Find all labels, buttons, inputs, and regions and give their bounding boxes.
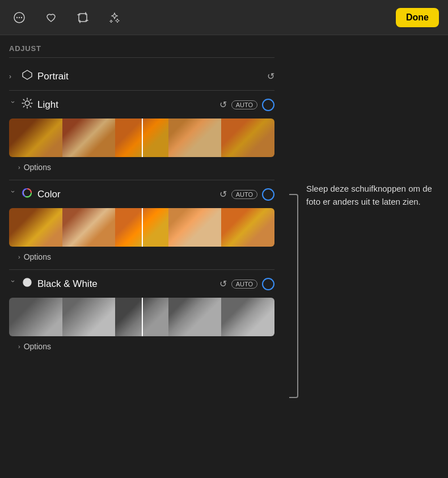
- light-options-row[interactable]: › Options: [0, 159, 284, 177]
- main-layout: ADJUST › Portrait ↺ ›: [0, 35, 448, 478]
- bw-auto-badge[interactable]: AUTO: [231, 280, 257, 289]
- light-icon: [22, 98, 33, 112]
- bw-frame-1: [9, 298, 62, 336]
- light-controls: ↺ AUTO: [219, 99, 274, 111]
- color-controls: ↺ AUTO: [219, 188, 274, 201]
- top-divider: [9, 57, 274, 58]
- light-frame-2: [62, 119, 116, 157]
- light-filmstrip-divider: [142, 119, 143, 157]
- light-toggle[interactable]: [262, 99, 274, 111]
- light-divider: [9, 180, 274, 180]
- svg-point-2: [19, 16, 20, 18]
- bw-filmstrip-divider: [142, 298, 143, 336]
- svg-point-6: [25, 101, 29, 105]
- color-title: Color: [37, 189, 215, 200]
- light-frame-1: [9, 119, 62, 157]
- color-options-row[interactable]: › Options: [0, 249, 284, 267]
- color-icon: [22, 187, 33, 201]
- portrait-section-header[interactable]: › Portrait ↺: [0, 65, 284, 88]
- svg-line-14: [23, 106, 24, 107]
- svg-line-12: [30, 106, 31, 107]
- light-title: Light: [37, 99, 215, 111]
- done-button[interactable]: Done: [396, 8, 439, 27]
- bw-toggle[interactable]: [262, 278, 274, 290]
- svg-line-13: [30, 99, 31, 100]
- light-auto-badge[interactable]: AUTO: [231, 100, 257, 109]
- color-filmstrip[interactable]: [9, 208, 274, 247]
- light-options-chevron: ›: [18, 164, 20, 171]
- portrait-divider: [9, 90, 274, 91]
- svg-line-11: [23, 99, 24, 100]
- bw-title: Black & White: [37, 278, 215, 290]
- color-filmstrip-divider: [142, 208, 143, 247]
- svg-marker-5: [23, 70, 32, 79]
- bw-filmstrip[interactable]: [9, 298, 274, 336]
- color-divider: [9, 269, 274, 270]
- light-frame-4: [168, 119, 222, 157]
- portrait-title: Portrait: [37, 71, 263, 82]
- light-options-text: Options: [24, 163, 51, 172]
- portrait-chevron: ›: [9, 73, 17, 81]
- bw-icon: [22, 277, 33, 291]
- color-chevron: ›: [9, 191, 17, 198]
- color-auto-badge[interactable]: AUTO: [231, 190, 257, 199]
- color-options-text: Options: [24, 252, 51, 261]
- bw-chevron: ›: [9, 280, 17, 288]
- portrait-icon: [22, 69, 33, 83]
- bw-options-chevron: ›: [18, 343, 20, 350]
- portrait-controls: ↺: [267, 71, 274, 82]
- favorite-button[interactable]: [41, 7, 61, 28]
- bw-section-header[interactable]: › Black & White ↺ AUTO: [0, 272, 284, 295]
- bw-frame-5: [221, 298, 274, 336]
- color-frame-4: [168, 208, 222, 247]
- adjust-label: ADJUST: [0, 44, 284, 57]
- magic-button[interactable]: [104, 7, 125, 28]
- light-filmstrip[interactable]: [9, 119, 274, 157]
- bw-options-row[interactable]: › Options: [0, 339, 284, 357]
- crop-button[interactable]: [73, 7, 93, 28]
- toolbar: Done: [0, 0, 448, 35]
- more-button[interactable]: [9, 7, 29, 28]
- bracket-indicator: [289, 194, 298, 398]
- color-frame-2: [62, 208, 116, 247]
- bw-undo-icon[interactable]: ↺: [219, 278, 227, 289]
- portrait-undo-icon[interactable]: ↺: [267, 71, 274, 82]
- annotation-text: Sleep deze schuifknoppen om de foto er a…: [289, 183, 437, 208]
- bw-frame-4: [168, 298, 222, 336]
- color-frame-1: [9, 208, 62, 247]
- bw-options-text: Options: [24, 342, 51, 351]
- bw-controls: ↺ AUTO: [219, 278, 274, 290]
- svg-point-1: [16, 16, 18, 18]
- svg-point-3: [21, 16, 22, 18]
- color-options-chevron: ›: [18, 253, 20, 260]
- bw-frame-2: [62, 298, 116, 336]
- light-chevron: ›: [9, 101, 17, 109]
- light-section-header[interactable]: › Light ↺ AUTO: [0, 93, 284, 116]
- light-undo-icon[interactable]: ↺: [219, 99, 227, 110]
- light-frame-5: [221, 119, 274, 157]
- color-section-header[interactable]: › Color ↺ AUTO: [0, 183, 284, 206]
- color-toggle[interactable]: [262, 188, 274, 201]
- color-undo-icon[interactable]: ↺: [219, 189, 227, 200]
- sidebar: ADJUST › Portrait ↺ ›: [0, 35, 284, 478]
- color-frame-5: [221, 208, 274, 247]
- annotation-area: Sleep deze schuifknoppen om de foto er a…: [284, 35, 448, 478]
